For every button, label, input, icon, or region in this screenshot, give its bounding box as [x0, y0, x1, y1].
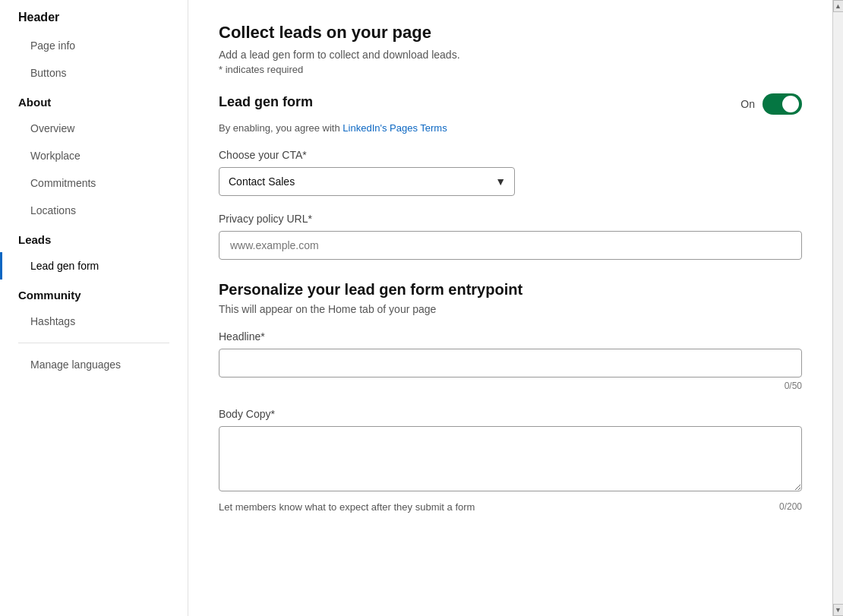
- sidebar-item-hashtags[interactable]: Hashtags: [0, 308, 188, 335]
- main-content: Collect leads on your page Add a lead ge…: [188, 0, 832, 616]
- sidebar-item-about[interactable]: About: [0, 87, 188, 115]
- body-copy-textarea[interactable]: [219, 426, 802, 491]
- personalize-description: This will appear on the Home tab of your…: [219, 303, 802, 315]
- cta-group: Choose your CTA* Contact Sales Learn Mor…: [219, 149, 802, 196]
- required-note: * indicates required: [219, 64, 802, 75]
- sidebar-divider: [18, 343, 169, 343]
- headline-label: Headline*: [219, 330, 802, 343]
- sidebar-item-locations[interactable]: Locations: [0, 197, 188, 224]
- personalize-section-title: Personalize your lead gen form entrypoin…: [219, 281, 802, 299]
- headline-char-count: 0/50: [219, 381, 802, 391]
- body-copy-hint: Let members know what to expect after th…: [219, 501, 475, 513]
- sidebar-item-header[interactable]: Header: [0, 0, 188, 32]
- scroll-up-arrow[interactable]: ▲: [833, 0, 844, 12]
- lead-gen-form-row: Lead gen form On: [219, 93, 802, 115]
- toggle-on-label: On: [740, 98, 755, 110]
- headline-group: Headline* 0/50: [219, 330, 802, 391]
- body-copy-group: Body Copy* Let members know what to expe…: [219, 408, 802, 513]
- privacy-policy-group: Privacy policy URL*: [219, 213, 802, 260]
- page-title: Collect leads on your page: [219, 23, 802, 43]
- toggle-container: On: [740, 93, 802, 115]
- cta-select[interactable]: Contact Sales Learn More Sign Up Registe…: [219, 167, 515, 196]
- body-copy-label: Body Copy*: [219, 408, 802, 420]
- toggle-description: By enabling, you agree with LinkedIn's P…: [219, 122, 802, 134]
- sidebar-item-community[interactable]: Community: [0, 280, 188, 308]
- lead-gen-form-title: Lead gen form: [219, 94, 740, 110]
- body-copy-char-count: 0/200: [779, 501, 802, 512]
- headline-input[interactable]: [219, 349, 802, 377]
- scroll-down-arrow[interactable]: ▼: [833, 604, 844, 616]
- lead-gen-form-label-group: Lead gen form: [219, 94, 740, 115]
- cta-select-wrapper: Contact Sales Learn More Sign Up Registe…: [219, 167, 515, 196]
- cta-label: Choose your CTA*: [219, 149, 802, 161]
- privacy-policy-label: Privacy policy URL*: [219, 213, 802, 225]
- linkedin-pages-terms-link[interactable]: LinkedIn's Pages Terms: [343, 122, 447, 134]
- sidebar-item-page-info[interactable]: Page info: [0, 32, 188, 59]
- sidebar-item-overview[interactable]: Overview: [0, 115, 188, 142]
- sidebar-item-manage-languages[interactable]: Manage languages: [0, 351, 188, 378]
- right-scrollbar: ▲ ▼: [832, 0, 843, 616]
- page-subtitle: Add a lead gen form to collect and downl…: [219, 49, 802, 61]
- sidebar-item-lead-gen-form[interactable]: Lead gen form: [0, 252, 188, 280]
- sidebar-item-buttons[interactable]: Buttons: [0, 59, 188, 87]
- sidebar-item-commitments[interactable]: Commitments: [0, 169, 188, 197]
- sidebar-item-leads[interactable]: Leads: [0, 224, 188, 252]
- sidebar-item-workplace[interactable]: Workplace: [0, 142, 188, 169]
- privacy-policy-input[interactable]: [219, 231, 802, 260]
- sidebar: Header Page info Buttons About Overview …: [0, 0, 188, 616]
- lead-gen-toggle[interactable]: [762, 93, 802, 115]
